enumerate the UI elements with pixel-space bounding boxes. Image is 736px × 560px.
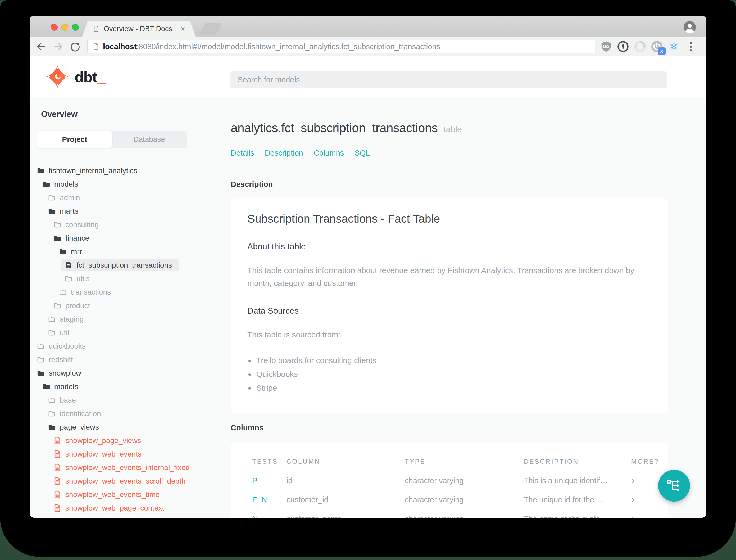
expand-row-icon[interactable]: › — [620, 513, 652, 518]
cell-column: id — [287, 476, 405, 485]
lineage-graph-icon — [666, 477, 682, 494]
tree-node-label: product — [65, 301, 90, 310]
tree-item[interactable]: fct_subscription_transactions — [30, 258, 222, 272]
section-nav-link[interactable]: Details — [231, 149, 254, 157]
tree-item[interactable]: consulting — [30, 218, 222, 231]
tree-item[interactable]: transactions — [30, 285, 222, 299]
columns-card: TESTS COLUMN TYPE DESCRIPTION MORE? P id… — [231, 442, 668, 518]
description-section-label: Description — [231, 180, 668, 189]
browser-menu-icon[interactable] — [685, 40, 697, 53]
about-text: This table contains information about re… — [247, 264, 652, 290]
tree-item[interactable]: models — [30, 380, 222, 393]
expand-row-icon[interactable]: › — [620, 494, 652, 505]
tree-item[interactable]: snowplow_web_page_context — [30, 501, 222, 515]
tree-item[interactable]: mrr — [30, 245, 222, 258]
tree-item[interactable]: snowplow_web_events_scroll_depth — [30, 474, 222, 488]
tree-node-label: staging — [60, 315, 84, 323]
ublock-extension-icon[interactable]: UO — [600, 40, 612, 53]
tree-node-icon — [48, 409, 56, 418]
content-area: Overview Project Database — [30, 98, 706, 518]
tree-node-icon — [37, 342, 45, 350]
cell-tests: N — [252, 514, 287, 518]
new-tab-button[interactable] — [199, 23, 222, 35]
tree-item[interactable]: snowplow_page_views — [30, 434, 222, 447]
window-minimize-button[interactable] — [61, 24, 68, 31]
section-nav-link[interactable]: Columns — [314, 149, 344, 157]
lineage-graph-button[interactable] — [658, 470, 690, 502]
tree-item[interactable]: marts — [30, 204, 222, 218]
tree-item[interactable]: finance — [30, 231, 222, 245]
tree-item[interactable]: models — [30, 177, 222, 191]
header-column: COLUMN — [287, 458, 405, 465]
power-extension-icon[interactable]: x — [651, 40, 663, 53]
window-zoom-button[interactable] — [72, 24, 79, 31]
table-row[interactable]: N customer_name character varying The na… — [252, 509, 652, 518]
tree-item[interactable]: product — [30, 299, 222, 312]
tree-node-icon — [42, 382, 50, 391]
tree-node-label: marts — [60, 207, 78, 215]
tree-node-label: identification — [60, 409, 101, 418]
resource-type-tag: table — [444, 124, 462, 134]
tree-node-label: quickbooks — [49, 342, 86, 350]
tree-node-label: util — [60, 328, 69, 337]
about-heading: About this table — [247, 242, 652, 251]
tree-item[interactable]: page_views — [30, 420, 222, 434]
back-icon[interactable] — [36, 41, 47, 52]
tree-node-label: redshift — [49, 355, 73, 364]
tree-item[interactable]: admin — [30, 191, 222, 204]
divider — [231, 170, 668, 170]
tree-item[interactable]: snowplow_web_events_internal_fixed — [30, 461, 222, 474]
tree-item[interactable]: staging — [30, 312, 222, 326]
tree-node-label: snowplow — [49, 369, 81, 377]
tree-item[interactable]: quickbooks — [30, 339, 222, 353]
tree-node-label: utils — [76, 274, 90, 283]
tree-item[interactable]: util — [30, 326, 222, 339]
app-header: dbt_ — [30, 56, 706, 97]
url-text: localhost:8080/index.html#!/model/model.… — [103, 42, 440, 51]
tree-item[interactable]: redshift — [30, 353, 222, 366]
columns-section-label: Columns — [231, 423, 668, 432]
header-tests: TESTS — [252, 458, 287, 465]
tab-project[interactable]: Project — [37, 131, 112, 148]
svg-text:UO: UO — [603, 44, 609, 49]
reload-icon[interactable] — [70, 41, 80, 52]
table-row[interactable]: F N customer_id character varying The un… — [252, 490, 652, 509]
cell-tests: F N — [252, 495, 287, 504]
url-bar[interactable]: localhost:8080/index.html#!/model/model.… — [87, 40, 595, 53]
tree-node-icon — [48, 193, 56, 202]
tree-node-icon — [64, 261, 73, 269]
tree-item[interactable]: snowplow — [30, 366, 222, 380]
browser-tab[interactable]: Overview - DBT Docs × — [82, 21, 196, 37]
page-icon[interactable] — [92, 43, 99, 51]
expand-row-icon[interactable]: › — [620, 475, 652, 486]
tab-close-icon[interactable]: × — [181, 25, 185, 33]
snowflake-extension-icon[interactable]: ❄ — [668, 40, 680, 53]
tree-node-icon — [48, 207, 56, 215]
tree-node-label: base — [60, 396, 76, 404]
tree-node-label: models — [54, 180, 78, 188]
forward-icon[interactable] — [53, 41, 64, 52]
source-item: Stripe — [256, 383, 652, 392]
tree-item[interactable]: snowplow_web_events — [30, 447, 222, 461]
tree-node-label: models — [54, 382, 78, 391]
window-close-button[interactable] — [51, 24, 58, 31]
onepassword-extension-icon[interactable] — [617, 40, 629, 53]
tree-node-icon — [53, 436, 61, 445]
search-input[interactable] — [230, 71, 667, 88]
tree-item[interactable]: fishtown_internal_analytics — [30, 164, 222, 177]
tree-item[interactable]: identification — [30, 407, 222, 420]
section-nav-link[interactable]: Description — [265, 149, 303, 157]
dbt-logo[interactable]: dbt_ — [46, 65, 106, 89]
disabled-extension-icon[interactable] — [634, 40, 646, 53]
tree-item[interactable]: base — [30, 393, 222, 407]
header-type: TYPE — [405, 458, 524, 465]
tab-title: Overview - DBT Docs — [104, 25, 176, 33]
tree-item[interactable]: snowplow_web_events_time — [30, 488, 222, 501]
tree-item[interactable]: utils — [30, 272, 222, 285]
tab-database[interactable]: Database — [112, 131, 187, 148]
table-row[interactable]: P id character varying This is a unique … — [252, 471, 652, 490]
extension-badge: x — [658, 47, 666, 55]
profile-avatar-icon[interactable] — [684, 21, 696, 33]
section-nav-link[interactable]: SQL — [355, 149, 370, 157]
tree-node-label: fishtown_internal_analytics — [49, 166, 137, 175]
